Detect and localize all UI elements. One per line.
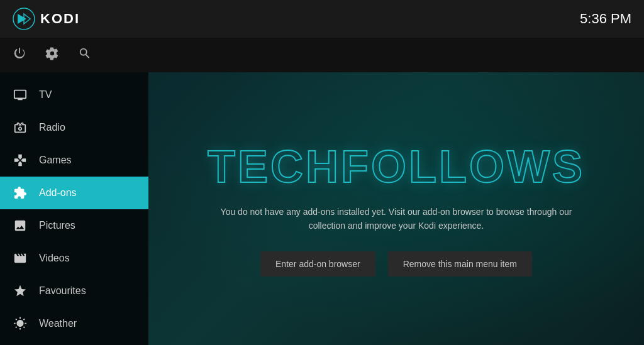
- settings-icon[interactable]: [45, 47, 59, 63]
- toolbar: [0, 38, 644, 72]
- sidebar-label-pictures: Pictures: [39, 220, 75, 231]
- tv-icon: [13, 87, 28, 102]
- sidebar-item-radio[interactable]: Radio: [0, 111, 148, 144]
- sidebar-item-pictures[interactable]: Pictures: [0, 209, 148, 242]
- app-name: KODI: [40, 11, 80, 27]
- sidebar-item-videos[interactable]: Videos: [0, 242, 148, 275]
- kodi-logo: KODI: [13, 8, 80, 30]
- main: TV Radio Games Add-ons Pictures: [0, 72, 644, 345]
- sidebar-item-weather[interactable]: Weather: [0, 307, 148, 340]
- header-left: KODI: [13, 8, 80, 30]
- sidebar-item-favourites[interactable]: Favourites: [0, 275, 148, 307]
- sidebar-label-tv: TV: [39, 89, 52, 101]
- power-icon[interactable]: [13, 47, 26, 63]
- search-icon[interactable]: [78, 47, 92, 63]
- radio-icon: [13, 120, 28, 135]
- content-description: You do not have any add-ons installed ye…: [208, 205, 585, 233]
- addons-icon: [13, 185, 28, 200]
- sidebar-label-games: Games: [39, 155, 72, 166]
- weather-icon: [13, 316, 28, 331]
- sidebar-item-tv[interactable]: TV: [0, 79, 148, 111]
- videos-icon: [13, 251, 28, 266]
- content-buttons: Enter add-on browser Remove this main me…: [260, 251, 532, 277]
- favourites-icon: [13, 283, 28, 298]
- sidebar-label-weather: Weather: [39, 318, 77, 329]
- header-time: 5:36 PM: [580, 11, 631, 27]
- sidebar-label-favourites: Favourites: [39, 285, 86, 297]
- sidebar: TV Radio Games Add-ons Pictures: [0, 72, 148, 345]
- pictures-icon: [13, 218, 28, 233]
- kodi-logo-icon: [13, 8, 35, 30]
- sidebar-label-addons: Add-ons: [39, 187, 77, 199]
- sidebar-item-games[interactable]: Games: [0, 144, 148, 177]
- sidebar-item-addons[interactable]: Add-ons: [0, 177, 148, 209]
- games-icon: [13, 153, 28, 168]
- content-area: TECHFOLLOWS You do not have any add-ons …: [148, 72, 644, 345]
- sidebar-label-videos: Videos: [39, 253, 70, 264]
- brand-title: TECHFOLLOWS: [208, 141, 585, 192]
- sidebar-label-radio: Radio: [39, 122, 65, 133]
- remove-menu-item-button[interactable]: Remove this main menu item: [388, 251, 532, 277]
- enter-addon-browser-button[interactable]: Enter add-on browser: [260, 251, 375, 277]
- header: KODI 5:36 PM: [0, 0, 644, 38]
